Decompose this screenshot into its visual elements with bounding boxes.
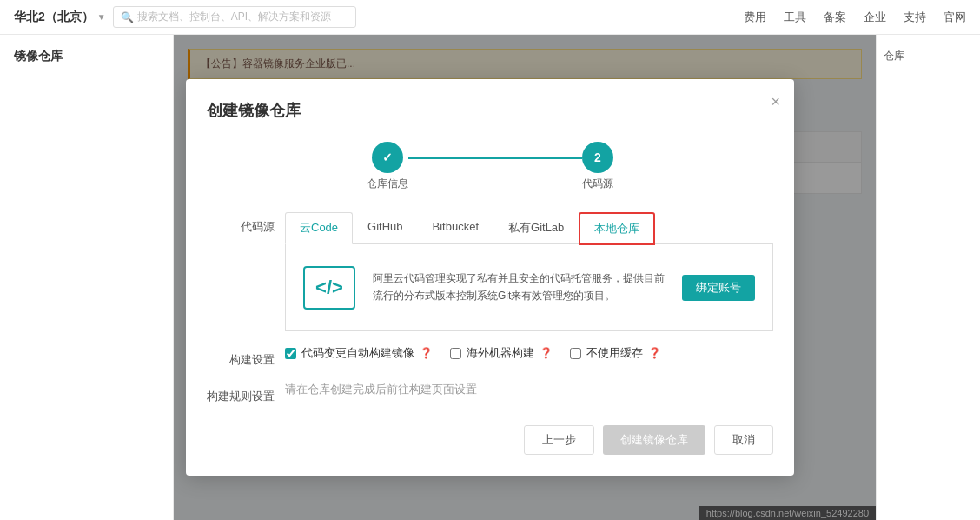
menu-cost[interactable]: 费用 bbox=[744, 10, 766, 25]
form-row-source: 代码源 云Code GitHub Bitbucket 私有GitLab 本地仓库 bbox=[207, 212, 773, 331]
tab-local-repo[interactable]: 本地仓库 bbox=[579, 212, 655, 245]
top-nav-right: 费用 工具 备案 企业 支持 官网 bbox=[744, 10, 966, 25]
auto-build-checkbox[interactable] bbox=[285, 348, 296, 359]
step-2: 2 代码源 bbox=[582, 142, 613, 191]
build-option-nocache[interactable]: 不使用缓存 ❓ bbox=[570, 345, 661, 361]
step-1: ✓ 仓库信息 bbox=[367, 142, 408, 191]
nocache-checkbox[interactable] bbox=[570, 348, 581, 359]
build-option-auto[interactable]: 代码变更自动构建镜像 ❓ bbox=[285, 345, 433, 361]
build-settings-label: 构建设置 bbox=[207, 345, 285, 368]
menu-enterprise[interactable]: 企业 bbox=[864, 10, 886, 25]
overseas-build-checkbox[interactable] bbox=[450, 348, 461, 359]
step-line bbox=[408, 157, 582, 159]
nocache-help[interactable]: ❓ bbox=[648, 347, 661, 359]
code-symbol: </> bbox=[315, 277, 343, 299]
menu-official[interactable]: 官网 bbox=[944, 10, 966, 25]
source-description: 阿里云代码管理实现了私有并且安全的代码托管服务，提供目前流行的分布式版本控制系统… bbox=[373, 270, 665, 303]
step-1-circle: ✓ bbox=[372, 142, 403, 173]
modal-footer: 上一步 创建镜像仓库 取消 bbox=[207, 425, 773, 455]
form-row-build: 构建设置 代码变更自动构建镜像 ❓ 海外机器构建 ❓ bbox=[207, 345, 773, 368]
sidebar: 镜像仓库 bbox=[0, 35, 174, 520]
right-panel: 仓库 bbox=[876, 35, 980, 520]
tab-yuncode[interactable]: 云Code bbox=[285, 212, 353, 244]
region-caret: ▼ bbox=[97, 12, 106, 22]
main-layout: 镜像仓库 【公告】容器镜像服务企业版已... 创建镜像仓库 全部命名... 仓库… bbox=[0, 35, 980, 520]
modal-title: 创建镜像仓库 bbox=[207, 100, 773, 121]
step-1-label: 仓库信息 bbox=[367, 177, 408, 191]
build-rule-hint: 请在仓库创建完成后前往构建页面设置 bbox=[285, 383, 477, 396]
auto-build-label: 代码变更自动构建镜像 bbox=[301, 345, 414, 361]
form-content-source: 云Code GitHub Bitbucket 私有GitLab 本地仓库 </>… bbox=[285, 212, 773, 331]
top-nav-left: 华北2（北京） ▼ 🔍 搜索文档、控制台、API、解决方案和资源 bbox=[14, 6, 356, 28]
overseas-build-label: 海外机器构建 bbox=[467, 345, 534, 361]
search-placeholder: 搜索文档、控制台、API、解决方案和资源 bbox=[137, 10, 331, 24]
prev-step-button[interactable]: 上一步 bbox=[524, 425, 594, 455]
code-icon: </> bbox=[303, 266, 355, 310]
step-2-label: 代码源 bbox=[582, 177, 613, 191]
nocache-label: 不使用缓存 bbox=[586, 345, 643, 361]
bind-account-button[interactable]: 绑定账号 bbox=[682, 275, 755, 301]
step-2-circle: 2 bbox=[582, 142, 613, 173]
cancel-button[interactable]: 取消 bbox=[714, 425, 773, 455]
right-panel-item-repo[interactable]: 仓库 bbox=[884, 49, 973, 63]
search-bar[interactable]: 🔍 搜索文档、控制台、API、解决方案和资源 bbox=[113, 6, 356, 28]
source-content-panel: </> 阿里云代码管理实现了私有并且安全的代码托管服务，提供目前流行的分布式版本… bbox=[285, 244, 773, 331]
build-rule-label: 构建规则设置 bbox=[207, 382, 285, 404]
steps: ✓ 仓库信息 2 代码源 bbox=[207, 142, 773, 191]
sidebar-title: 镜像仓库 bbox=[0, 49, 173, 78]
tab-bitbucket[interactable]: Bitbucket bbox=[418, 212, 493, 244]
menu-support[interactable]: 支持 bbox=[904, 10, 926, 25]
source-label: 代码源 bbox=[207, 212, 285, 235]
overseas-build-help[interactable]: ❓ bbox=[540, 347, 553, 359]
step-1-icon: ✓ bbox=[382, 150, 393, 164]
build-option-overseas[interactable]: 海外机器构建 ❓ bbox=[450, 345, 553, 361]
top-nav: 华北2（北京） ▼ 🔍 搜索文档、控制台、API、解决方案和资源 费用 工具 备… bbox=[0, 0, 980, 35]
form-row-buildrule: 构建规则设置 请在仓库创建完成后前往构建页面设置 bbox=[207, 382, 773, 404]
auto-build-help[interactable]: ❓ bbox=[420, 347, 433, 359]
region-label: 华北2（北京） bbox=[14, 10, 94, 25]
form-content-buildrule: 请在仓库创建完成后前往构建页面设置 bbox=[285, 382, 773, 397]
region-selector[interactable]: 华北2（北京） ▼ bbox=[14, 10, 106, 25]
search-icon: 🔍 bbox=[121, 11, 134, 23]
modal-overlay: 创建镜像仓库 × ✓ 仓库信息 2 代码源 bbox=[174, 35, 876, 520]
create-repo-modal-button: 创建镜像仓库 bbox=[603, 425, 705, 455]
step-2-number: 2 bbox=[594, 150, 601, 164]
modal-dialog: 创建镜像仓库 × ✓ 仓库信息 2 代码源 bbox=[186, 79, 794, 476]
tab-github[interactable]: GitHub bbox=[353, 212, 417, 244]
source-tabs: 云Code GitHub Bitbucket 私有GitLab 本地仓库 bbox=[285, 212, 773, 244]
build-options-row: 代码变更自动构建镜像 ❓ 海外机器构建 ❓ 不使用缓存 bbox=[285, 345, 773, 361]
modal-close-button[interactable]: × bbox=[771, 93, 780, 111]
content-area: 【公告】容器镜像服务企业版已... 创建镜像仓库 全部命名... 仓库名称 创建… bbox=[174, 35, 876, 520]
tab-privategitlab[interactable]: 私有GitLab bbox=[493, 212, 579, 244]
menu-tools[interactable]: 工具 bbox=[784, 10, 806, 25]
form-content-build: 代码变更自动构建镜像 ❓ 海外机器构建 ❓ 不使用缓存 bbox=[285, 345, 773, 361]
menu-record[interactable]: 备案 bbox=[824, 10, 846, 25]
